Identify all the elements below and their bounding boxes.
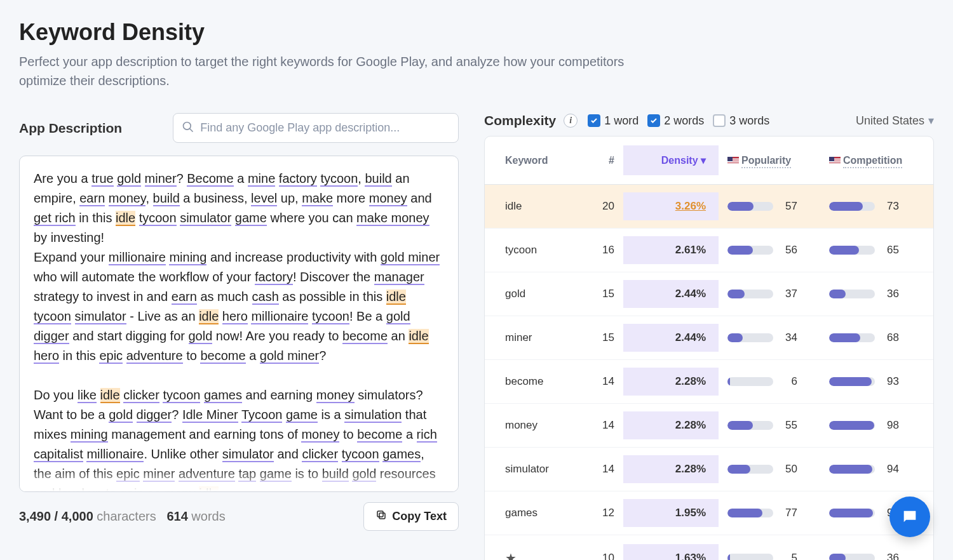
page-title: Keyword Density [19,19,934,46]
app-description-label: App Description [19,121,122,136]
character-word-counts: 3,490 / 4,000 characters 614 words [19,509,226,524]
svg-rect-3 [377,511,383,517]
flag-us-icon [727,157,739,164]
checkbox-3-words[interactable]: 3 words [713,114,769,128]
col-keyword[interactable]: Keyword [496,146,579,175]
checkbox-1-word[interactable]: 1 word [588,114,639,128]
svg-rect-2 [379,513,385,519]
chat-icon [901,508,919,526]
copy-text-button[interactable]: Copy Text [363,502,459,531]
table-row[interactable]: gold152.44%3736 [485,272,933,316]
table-row[interactable]: money142.28%5598 [485,404,933,448]
search-icon [182,121,194,136]
chat-fab[interactable] [889,497,930,537]
star-icon: ★ [505,551,517,560]
table-row[interactable]: tycoon162.61%5665 [485,229,933,272]
col-density[interactable]: Density ▾ [623,145,719,175]
complexity-label: Complexity [484,113,556,128]
table-row[interactable]: miner152.44%3468 [485,316,933,360]
flag-us-icon [829,157,841,164]
svg-line-1 [190,128,193,131]
keyword-table: Keyword # Density ▾ Popularity Competiti… [484,136,934,560]
table-row[interactable]: idle203.26%5773 [485,185,933,229]
copy-icon [375,509,387,524]
checkbox-2-words[interactable]: 2 words [647,114,704,128]
info-icon[interactable]: i [564,114,578,128]
table-row[interactable]: games121.95%7796 [485,491,933,535]
col-competition[interactable]: Competition [820,146,922,175]
chevron-down-icon: ▾ [928,114,934,128]
svg-point-0 [184,122,191,130]
col-count[interactable]: # [579,146,623,175]
table-row[interactable]: become142.28%693 [485,360,933,404]
col-popularity[interactable]: Popularity [719,146,820,175]
description-textarea[interactable]: Are you a true gold miner? Become a mine… [19,156,459,492]
table-row[interactable]: ★101.63%536 [485,535,933,560]
table-row[interactable]: simulator142.28%5094 [485,448,933,491]
country-selector[interactable]: United States ▾ [856,114,934,128]
search-input[interactable] [173,113,459,143]
page-subtitle: Perfect your app description to target t… [19,52,654,90]
